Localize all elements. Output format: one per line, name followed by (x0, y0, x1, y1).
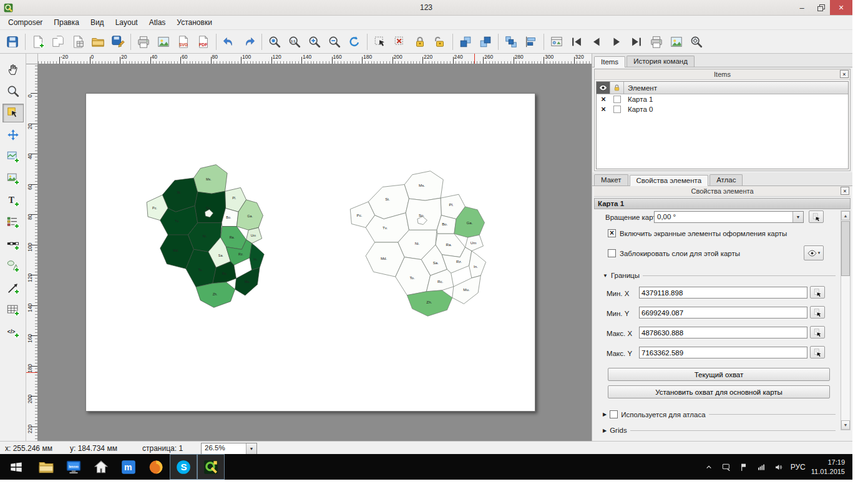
add-map-tool[interactable] (2, 147, 24, 166)
start-button[interactable] (0, 454, 32, 480)
menu-edit[interactable]: Правка (48, 16, 85, 29)
item-row-map-0[interactable]: ×Карта 0 (597, 104, 848, 114)
add-shape-tool[interactable] (2, 257, 24, 275)
add-label-tool[interactable]: T (2, 191, 24, 210)
load-template-button[interactable] (89, 32, 107, 51)
grids-group-header[interactable]: ▶ Grids (603, 427, 836, 434)
undo-button[interactable] (220, 32, 238, 51)
menu-settings[interactable]: Установки (171, 16, 217, 29)
map-rotation-field[interactable]: 0,00 ° ▼ (654, 211, 804, 223)
menu-atlas[interactable]: Atlas (144, 16, 172, 29)
raise-items-button[interactable] (456, 32, 475, 51)
print-atlas-button[interactable] (647, 32, 666, 51)
export-atlas-button[interactable] (667, 32, 686, 51)
lenovo-app[interactable]: lenovo (60, 454, 87, 480)
refresh-view-button[interactable] (345, 32, 364, 51)
export-pdf-button[interactable]: PDF (194, 32, 213, 51)
scroll-down-button[interactable]: ▼ (841, 420, 850, 430)
unlock-items-button[interactable] (431, 32, 449, 51)
map-item-1[interactable]: St.Ms.Pl.Pc.Tv.So.Bo.Ga.UmRa.Md.Ni.Sa.Rz… (142, 157, 271, 315)
item-visibility-checkbox[interactable]: × (597, 95, 610, 104)
composer-canvas[interactable]: St.Ms.Pl.Pc.Tv.So.Bo.Ga.UmRa.Md.Ni.Sa.Rz… (37, 64, 592, 441)
tab-command-history[interactable]: История команд (627, 56, 695, 67)
tab-item-properties[interactable]: Свойства элемента (630, 175, 709, 186)
hidden-icons-button[interactable] (703, 461, 715, 473)
lock-layers-checkbox[interactable] (608, 249, 616, 257)
item-lock-checkbox[interactable] (610, 106, 624, 113)
zoom-in-button[interactable] (305, 32, 324, 51)
composer-page[interactable]: St.Ms.Pl.Pc.Tv.So.Bo.Ga.UmRa.Md.Ni.Sa.Rz… (85, 93, 535, 412)
visibility-column-header[interactable] (597, 82, 610, 94)
atlas-group-header[interactable]: ▶ Используется для атласа (603, 410, 836, 418)
tablet-settings-icon[interactable] (721, 461, 733, 473)
atlas-first-feature-button[interactable] (567, 32, 586, 51)
volume-icon[interactable] (773, 461, 785, 473)
items-panel-close-button[interactable]: × (840, 70, 849, 78)
add-html-tool[interactable]: </> (2, 322, 24, 341)
item-visibility-checkbox[interactable]: × (597, 105, 610, 114)
render-decorations-checkbox[interactable] (608, 229, 616, 237)
close-button[interactable]: × (830, 0, 852, 15)
new-composer-button[interactable] (29, 32, 47, 51)
file-explorer-app[interactable] (32, 454, 60, 480)
tab-atlas[interactable]: Атлас (710, 174, 743, 185)
export-image-button[interactable] (154, 32, 173, 51)
lower-items-button[interactable] (476, 32, 495, 51)
atlas-previous-feature-button[interactable] (587, 32, 606, 51)
menu-composer[interactable]: Composer (2, 16, 48, 29)
select-all-items-button[interactable] (371, 32, 389, 51)
atlas-settings-button[interactable] (687, 32, 706, 51)
save-template-button[interactable] (109, 32, 127, 51)
atlas-controlled-checkbox[interactable] (610, 410, 618, 418)
add-table-tool[interactable] (2, 300, 24, 319)
item-lock-checkbox[interactable] (610, 96, 624, 103)
zoom-out-button[interactable] (325, 32, 344, 51)
restore-button[interactable] (811, 0, 830, 15)
data-defined-button[interactable] (810, 306, 825, 319)
clock[interactable]: 17:19 11.01.2015 (811, 458, 845, 476)
current-extent-button[interactable]: Текущий охват (608, 368, 830, 381)
duplicate-composer-button[interactable] (49, 32, 67, 51)
composer-manager-button[interactable] (69, 32, 87, 51)
lock-items-button[interactable] (411, 32, 429, 51)
scrollbar-thumb[interactable] (841, 221, 850, 276)
lock-column-header[interactable] (610, 82, 624, 94)
align-items-button[interactable] (522, 32, 540, 51)
data-defined-button[interactable] (810, 326, 825, 338)
zoom-level-combo[interactable]: 26.5% ▼ (201, 443, 257, 455)
atlas-preview-button[interactable] (547, 32, 566, 51)
add-legend-tool[interactable] (2, 213, 24, 232)
add-arrow-tool[interactable] (2, 279, 24, 297)
extent-input[interactable] (639, 307, 807, 319)
zoom-full-button[interactable] (265, 32, 284, 51)
network-icon[interactable] (756, 461, 768, 473)
extent-input[interactable] (639, 347, 807, 358)
extent-input[interactable] (639, 287, 807, 299)
map-rotation-dropdown-button[interactable]: ▼ (792, 212, 803, 222)
zoom-dropdown-button[interactable]: ▼ (246, 443, 256, 454)
select-move-item-tool[interactable] (2, 104, 24, 122)
menu-view[interactable]: Вид (85, 16, 110, 29)
visible-layers-button[interactable]: ▾ (804, 245, 824, 260)
map-item-0[interactable]: St.Ms.Pl.Pc.Tv.So.Bo.Ga.UmRa.Md.Ni.Sa.Rz… (345, 164, 494, 324)
extents-group-header[interactable]: ▼ Границы (603, 272, 836, 279)
redo-button[interactable] (240, 32, 258, 51)
tab-composition[interactable]: Макет (594, 174, 628, 185)
action-center-icon[interactable] (738, 461, 750, 473)
properties-scrollbar[interactable]: ▲ ▼ (841, 210, 851, 430)
maxthon-app[interactable]: m (115, 454, 142, 480)
atlas-last-feature-button[interactable] (627, 32, 646, 51)
pan-tool[interactable] (2, 60, 24, 79)
tab-items[interactable]: Items (594, 56, 625, 67)
qgis-app[interactable] (197, 454, 225, 480)
zoom-actual-button[interactable]: 1:1 (285, 32, 304, 51)
scroll-up-button[interactable]: ▲ (841, 211, 850, 220)
zoom-tool[interactable] (2, 82, 24, 101)
skype-app[interactable]: S (170, 454, 197, 480)
move-item-content-tool[interactable] (2, 126, 24, 144)
properties-panel-close-button[interactable]: × (841, 187, 849, 195)
print-button[interactable] (134, 32, 153, 51)
minimize-button[interactable]: – (792, 0, 811, 15)
language-indicator[interactable]: РУС (791, 463, 806, 472)
add-scalebar-tool[interactable] (2, 235, 24, 254)
